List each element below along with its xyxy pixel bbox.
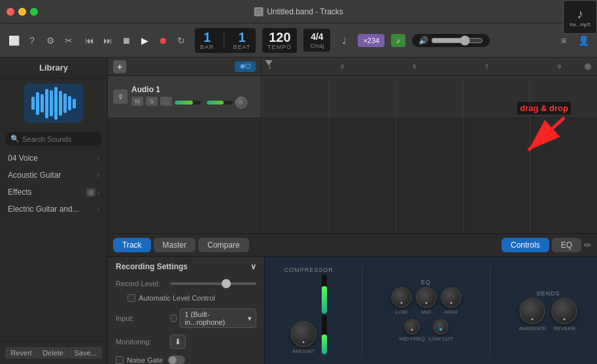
grid-line [396,76,463,233]
headphone-button[interactable]: 🎧 [160,97,172,106]
auto-level-text: Automatic Level Control [139,294,215,302]
track-name[interactable]: Audio 1 [131,85,256,94]
settings-icon[interactable]: ⚙ [43,33,58,48]
list-view-icon[interactable]: ≡ [556,33,571,48]
sidebar-item-label: Acoustic Guitar [8,171,97,180]
record-level-slider[interactable] [170,282,256,285]
settings-panel: Recording Settings ∨ Record Level: [108,257,265,364]
compressor-knobs: AMOUNT [290,274,327,354]
bpm-value: 120 [269,31,290,44]
master-volume-slider[interactable]: 🔊 [412,34,490,47]
close-button[interactable] [7,8,14,16]
compressor-meters [322,274,327,354]
auto-level-label[interactable]: Automatic Level Control [128,294,215,302]
record-button[interactable]: ⏺ [156,33,170,48]
transport-controls: ⏮ ⏭ ⏹ ▶ ⏺ ↻ [82,33,188,48]
sidebar-item-acoustic-guitar[interactable]: Acoustic Guitar › [0,167,107,184]
sidebar-item-voice[interactable]: 04 Voice › [0,150,107,167]
mute-button[interactable]: M [131,97,143,106]
traffic-lights [0,8,38,16]
metronome-button[interactable]: ♪ [391,34,405,47]
fast-forward-button[interactable]: ⏭ [101,33,115,48]
music-file-icon: ♪ [577,7,583,22]
recording-settings-header[interactable]: Recording Settings ∨ [108,257,264,276]
tab-compare[interactable]: Compare [198,238,248,252]
eq-low-knob[interactable]: LOW [391,287,412,315]
ruler-mark-9: 9 [558,63,561,70]
monitoring-button[interactable]: ⬇ [170,335,186,349]
sidebar-item-electric-guitar[interactable]: Electric Guitar and... › [0,201,107,218]
fullscreen-button[interactable] [30,8,38,16]
input-radio[interactable] [170,314,177,322]
key-display[interactable]: 4/4 Cmaj [303,29,330,52]
fx-panel: COMPRESSOR AMOUNT [265,257,597,364]
eq-midfreq-circle[interactable] [404,319,420,335]
tab-track[interactable]: Track [113,238,151,252]
eq-lowcut-knob[interactable]: LOW CUT [429,319,453,342]
eq-low-circle[interactable] [391,287,412,308]
sidebar-footer: Revert Delete Save... [0,341,107,364]
eq-mid-knob[interactable]: MID [416,287,437,315]
library-icon[interactable]: ⬜ [7,33,21,48]
eq-knobs-row-2: MID FREQ LOW CUT [400,319,453,342]
user-icon[interactable]: 👤 [576,33,590,48]
eq-midfreq-knob[interactable]: MID FREQ [400,319,425,342]
file-thumbnail[interactable]: ♪ tra...mp5 [563,0,597,34]
bpm-display[interactable]: 120 TEMPO [262,28,297,53]
save-button[interactable]: Save... [69,347,101,359]
beat-display[interactable]: 1 BEAT [233,31,251,50]
revert-button[interactable]: Revert [5,347,37,359]
tab-eq[interactable]: EQ [552,238,581,252]
noise-gate-checkbox[interactable] [116,356,124,364]
track-type-icon: 🎙 [113,90,128,104]
bar-display[interactable]: 1 BAR [200,31,214,50]
tab-controls[interactable]: Controls [502,238,549,252]
count-in-button[interactable]: ×234 [358,34,384,47]
sends-knobs-row: AMBIENCE REVERB [519,298,577,331]
sidebar-item-label: Effects [8,188,86,197]
add-track-button[interactable]: + [113,60,126,73]
knob-indicator [411,329,413,331]
auto-level-checkbox[interactable] [128,294,135,302]
search-box[interactable]: 🔍 [5,132,102,146]
minimize-button[interactable] [18,8,26,16]
stop-button[interactable]: ⏹ [119,33,133,48]
tracks-body: 🎙 Audio 1 M S 🎧 [108,76,597,233]
sends-ambience-circle[interactable] [519,298,545,324]
search-input[interactable] [22,135,97,143]
eq-mid-circle[interactable] [416,287,437,308]
sends-reverb-circle[interactable] [551,298,577,324]
solo-button[interactable]: S [146,97,158,106]
compressor-knob-circle[interactable] [290,321,316,347]
delete-button[interactable]: Delete [37,347,69,359]
tab-master[interactable]: Master [154,238,196,252]
edit-icon[interactable]: ✏ [584,240,592,250]
noise-gate-label[interactable]: Noise Gate [116,356,163,364]
tune-icon[interactable]: ♩ [337,33,351,48]
eq-high-circle[interactable] [441,287,462,308]
grid-line [262,76,329,233]
tracks-timeline[interactable]: drag & drop [262,76,597,233]
compressor-section: COMPRESSOR AMOUNT [284,267,333,354]
scissors-icon[interactable]: ✂ [61,33,76,48]
sends-ambience-knob[interactable]: AMBIENCE [519,298,546,331]
input-dropdown[interactable]: 1 (Built-in...rophone) ▾ [180,308,256,328]
bottom-content: Recording Settings ∨ Record Level: [108,257,597,364]
eq-high-knob[interactable]: HIGH [441,287,462,315]
sidebar-item-effects[interactable]: Effects ⊞ › [0,184,107,201]
cycle-button[interactable]: ↻ [174,33,188,48]
eq-lowcut-circle[interactable] [433,319,449,335]
play-button[interactable]: ▶ [137,33,152,48]
rewind-button[interactable]: ⏮ [82,33,97,48]
record-mode-button[interactable]: ◉ᗜ [235,61,256,72]
volume-icon: 🔊 [418,36,428,45]
help-icon[interactable]: ? [25,33,39,48]
pan-knob[interactable] [235,97,247,108]
compressor-amount-knob[interactable]: AMOUNT [290,321,316,354]
noise-gate-toggle[interactable] [168,356,185,364]
volume-range-input[interactable] [431,35,483,46]
sends-reverb-knob[interactable]: REVERB [551,298,577,331]
record-level-thumb[interactable] [222,279,231,288]
level-fill [175,101,193,105]
grid-line [329,76,396,233]
